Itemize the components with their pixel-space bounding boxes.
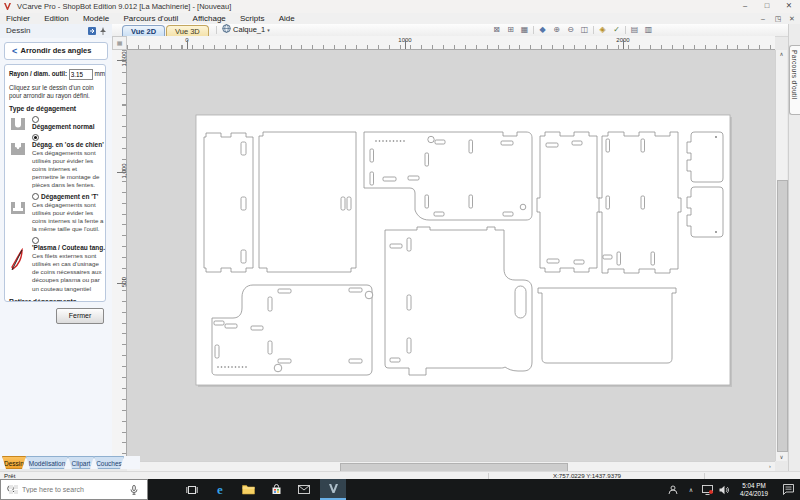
radio-normal[interactable] [32,116,39,123]
mail-button[interactable] [292,479,316,500]
microphone-icon[interactable] [130,485,138,495]
tab-clipart[interactable]: Clipart [68,456,94,469]
app-logo-icon [4,3,12,11]
ruler-top: 0 1000 2000 [127,36,775,50]
tab-couches[interactable]: Couches [94,456,124,469]
scroll-down-icon[interactable]: ∨ [776,454,787,460]
minimize-button[interactable]: – [734,0,756,12]
canvas-2d[interactable] [127,50,775,461]
tray-expand-button[interactable]: ∧ [684,479,698,500]
u-tslot-icon [9,201,27,215]
tray-display-button[interactable] [699,479,715,500]
scroll-up-icon[interactable]: ∧ [776,51,787,57]
menu-modele[interactable]: Modèle [77,13,115,24]
option-normal[interactable]: Dégagement normal [9,116,101,130]
tray-date: 4/24/2019 [740,490,768,498]
vector-parts[interactable] [204,132,723,375]
menu-edition[interactable]: Edition [38,13,74,24]
vcarve-taskbar-button[interactable] [320,479,346,500]
tab-dessin[interactable]: Dessin [2,456,26,469]
mdi-restore-button[interactable]: ◳ [771,13,785,24]
back-chevron-icon[interactable]: < [12,43,17,59]
vcarve-app-icon [328,483,339,494]
mail-icon [298,485,310,494]
tab-modelisation[interactable]: Modélisation [26,456,68,469]
menu-parcours-outil[interactable]: Parcours d'outil [117,13,184,24]
layer-name: Calque_1 [233,25,265,34]
radio-dogbone[interactable] [32,134,39,141]
ruler-left: 1,500 1,000 500 [112,50,127,461]
option-tslot[interactable]: Dégagement en 'T' Ces dégagements sont u… [9,193,101,233]
zoom-window-icon[interactable]: ◫ [578,24,591,36]
option-dogbone[interactable]: Dégag. en 'os de chien' Ces dégagements … [9,134,101,189]
menu-affichage[interactable]: Affichage [187,13,232,24]
radius-label: Rayon / diam. outil: [9,70,67,77]
task-view-icon [186,484,198,496]
grid-toggle-icon[interactable]: ▦ [518,24,531,36]
u-dogbone-icon [9,142,27,156]
menu-aide[interactable]: Aide [273,13,301,24]
folder-icon [242,484,255,495]
right-dock-strip: Parcours d'outil [788,24,800,471]
menu-bar: Fichier Edition Modèle Parcours d'outil … [0,13,800,24]
radius-row: Rayon / diam. outil: mm [9,69,101,80]
panel-pin-icon[interactable] [99,27,107,35]
radius-unit: mm [95,70,106,77]
mdi-close-button[interactable]: ✕ [785,13,799,24]
layers-globe-icon [222,24,231,33]
type-heading: Type de dégagement [9,105,101,112]
plasma-description: Ces filets externes sont utilisés en cas… [32,252,104,292]
panel-undock-icon[interactable] [88,27,96,35]
menu-scripts[interactable]: Scripts [234,13,270,24]
vertical-scrollbar[interactable]: ∧ ∨ [775,50,787,461]
zoom-in-icon[interactable]: ⊕ [550,24,563,36]
start-button[interactable] [0,479,26,500]
plasma-knife-icon [9,247,27,273]
option-plasma[interactable]: 'Plasma / Couteau tang.' Ces filets exte… [9,237,101,292]
radio-tslot[interactable] [32,193,39,200]
scroll-right-icon[interactable]: › [766,463,774,470]
dogbone-description: Ces dégagements sont utilisés pour évide… [32,149,104,189]
tool-side-panel: < Arrondir des angles Rayon / diam. outi… [0,38,113,456]
u-normal-icon [9,117,27,131]
menu-fichier[interactable]: Fichier [0,13,36,24]
zoom-selection-icon[interactable]: ⊠ [490,24,503,36]
store-button[interactable] [264,479,288,500]
file-explorer-button[interactable] [236,479,260,500]
zoom-out-icon[interactable]: ⊖ [564,24,577,36]
layer-selector[interactable]: Calque_1 ▾ [222,24,270,36]
node-edit-icon[interactable]: ✓ [610,24,623,36]
pan-icon[interactable]: ◆ [536,24,549,36]
zoom-drawing-icon[interactable]: ⊞ [504,24,517,36]
bottom-tab-strip: Dessin Modélisation Clipart Couches [0,456,140,469]
fermer-button[interactable]: Fermer [56,308,104,324]
taskbar: e ∧ 5:04 PM 4/24/2019 [0,479,800,500]
window-title: VCarve Pro - ShopBot Edition 9.012 [La M… [17,0,231,13]
action-center-button[interactable] [778,479,798,500]
tray-volume-button[interactable] [716,479,732,500]
snap-toggle-icon[interactable]: ◈ [596,24,609,36]
tray-time: 5:04 PM [742,482,765,490]
single-view-icon[interactable]: ▥ [642,24,655,36]
store-bag-icon [271,484,282,495]
vcarve-window: VCarve Pro - ShopBot Edition 9.012 [La M… [0,0,800,500]
chevron-up-icon: ∧ [689,486,693,493]
toolpaths-tab[interactable]: Parcours d'outil [789,45,800,115]
tray-clock[interactable]: 5:04 PM 4/24/2019 [734,479,774,500]
split-view-icon[interactable]: ▤ [628,24,641,36]
horizontal-scrollbar[interactable]: ‹ › [127,461,775,471]
radius-input[interactable] [69,69,93,80]
action-center-icon [783,484,794,495]
search-input[interactable] [20,485,128,494]
task-view-button[interactable] [180,479,204,500]
people-button[interactable] [664,479,682,500]
maximize-button[interactable]: □ [756,0,778,12]
part-castellated-2 [599,132,681,273]
speaker-icon [719,485,729,495]
drill-dots-bottom [217,366,247,368]
vertical-scroll-thumb[interactable] [777,180,788,452]
mdi-minimize-button[interactable]: – [756,13,770,24]
edge-button[interactable]: e [208,479,232,500]
close-button[interactable]: ✕ [778,0,800,12]
radio-plasma[interactable] [32,237,39,244]
